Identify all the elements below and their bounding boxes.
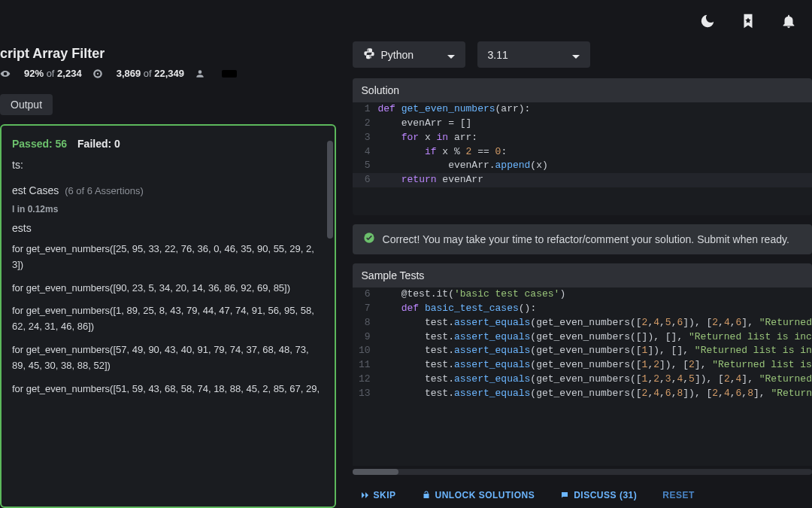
eye-icon xyxy=(0,68,14,79)
results-panel: Passed: 56 Failed: 0 ts: est Cases (6 of… xyxy=(0,124,336,508)
test-result-line: for get_even_numbers([51, 59, 43, 68, 58… xyxy=(12,382,324,397)
bottom-actions: SKIP UNLOCK SOLUTIONS DISCUSS (31) RESET xyxy=(353,475,812,508)
horizontal-scrollbar[interactable] xyxy=(353,469,812,475)
code-text[interactable]: test.assert_equals(get_even_numbers([1,2… xyxy=(378,373,812,387)
code-line[interactable]: 5 evenArr.append(x) xyxy=(353,159,812,173)
code-line[interactable]: 3 for x in arr: xyxy=(353,131,812,145)
kata-stats: 92% of 2,234 3,869 of 22,349 xyxy=(0,68,336,79)
version-label: 3.11 xyxy=(488,49,508,61)
results-subheader: est Cases (6 of 6 Assertions) xyxy=(12,184,324,196)
completion-rate: 3,869 of 22,349 xyxy=(117,68,184,79)
tests-label: ests xyxy=(12,222,324,234)
python-icon xyxy=(363,47,375,62)
line-number: 1 xyxy=(353,102,378,117)
code-text[interactable]: test.assert_equals(get_even_numbers([2,4… xyxy=(378,387,812,401)
language-label: Python xyxy=(381,49,414,61)
code-text[interactable]: def get_even_numbers(arr): xyxy=(378,102,812,117)
language-select[interactable]: Python xyxy=(353,41,465,68)
line-number: 6 xyxy=(353,287,378,302)
left-column: cript Array Filter 92% of 2,234 3,869 of… xyxy=(0,41,344,508)
version-select[interactable]: 3.11 xyxy=(477,41,590,68)
sample-tests-header: Sample Tests xyxy=(353,263,812,287)
line-number: 2 xyxy=(353,117,378,131)
line-number: 6 xyxy=(353,173,378,187)
chevron-down-icon xyxy=(572,51,580,59)
results-header: ts: xyxy=(12,159,324,171)
reset-button[interactable]: RESET xyxy=(655,485,702,505)
line-number: 12 xyxy=(353,373,378,387)
test-result-line: for get_even_numbers([90, 23, 5, 34, 20,… xyxy=(12,281,324,297)
failed-count: Failed: 0 xyxy=(77,138,120,150)
topbar xyxy=(0,0,812,41)
line-number: 9 xyxy=(353,330,378,345)
bell-icon[interactable] xyxy=(780,13,797,29)
status-text: Correct! You may take your time to refac… xyxy=(383,233,789,245)
line-number: 7 xyxy=(353,302,378,316)
test-result-line: for get_even_numbers([1, 89, 25, 8, 43, … xyxy=(12,303,324,335)
solution-header: Solution xyxy=(353,78,812,102)
line-number: 5 xyxy=(353,159,378,173)
unlock-solutions-button[interactable]: UNLOCK SOLUTIONS xyxy=(414,485,543,505)
target-icon xyxy=(92,68,106,79)
code-text[interactable]: if x % 2 == 0: xyxy=(378,145,812,160)
code-text[interactable]: evenArr.append(x) xyxy=(378,159,812,173)
code-line[interactable]: 6 return evenArr xyxy=(353,173,812,187)
code-line[interactable]: 6 @test.it('basic test cases') xyxy=(353,287,812,302)
results-scroll[interactable]: Passed: 56 Failed: 0 ts: est Cases (6 of… xyxy=(2,126,335,407)
code-line[interactable]: 4 if x % 2 == 0: xyxy=(353,145,812,160)
code-text[interactable]: def basic_test_cases(): xyxy=(378,302,812,316)
test-result-line: for get_even_numbers([57, 49, 90, 43, 40… xyxy=(12,342,324,374)
code-line[interactable]: 12 test.assert_equals(get_even_numbers([… xyxy=(353,373,812,387)
code-line[interactable]: 10 test.assert_equals(get_even_numbers([… xyxy=(353,344,812,358)
chevron-down-icon xyxy=(447,51,455,59)
satisfaction-rate: 92% of 2,234 xyxy=(24,68,82,79)
passed-count: Passed: 56 xyxy=(12,138,67,150)
code-text[interactable]: test.assert_equals(get_even_numbers([]),… xyxy=(378,330,812,345)
line-number: 11 xyxy=(353,358,378,373)
code-text[interactable]: @test.it('basic test cases') xyxy=(378,287,812,302)
code-line[interactable]: 11 test.assert_equals(get_even_numbers([… xyxy=(353,358,812,373)
code-text[interactable]: return evenArr xyxy=(378,173,812,187)
skip-button[interactable]: SKIP xyxy=(353,485,404,505)
line-number: 4 xyxy=(353,145,378,160)
code-text[interactable]: test.assert_equals(get_even_numbers([2,4… xyxy=(378,316,812,330)
discuss-button[interactable]: DISCUSS (31) xyxy=(553,485,644,505)
code-line[interactable]: 8 test.assert_equals(get_even_numbers([2… xyxy=(353,316,812,330)
line-number: 10 xyxy=(353,344,378,358)
line-number: 8 xyxy=(353,316,378,330)
assertion-count: (6 of 6 Assertions) xyxy=(65,185,144,196)
check-icon xyxy=(363,232,375,247)
right-column: Python 3.11 Solution 1def get_even_numbe… xyxy=(344,41,812,508)
line-number: 13 xyxy=(353,387,378,401)
bookmark-icon[interactable] xyxy=(740,13,756,29)
scrollbar-thumb[interactable] xyxy=(327,141,333,239)
user-icon xyxy=(195,68,208,79)
code-line[interactable]: 7 def basic_test_cases(): xyxy=(353,302,812,316)
code-line[interactable]: 2 evenArr = [] xyxy=(353,117,812,131)
code-text[interactable]: test.assert_equals(get_even_numbers([1])… xyxy=(378,344,812,358)
avatar[interactable] xyxy=(222,70,237,78)
code-line[interactable]: 13 test.assert_equals(get_even_numbers([… xyxy=(353,387,812,401)
scrollbar-thumb[interactable] xyxy=(353,469,398,475)
execution-time: l in 0.12ms xyxy=(12,204,324,214)
test-result-line: for get_even_numbers([25, 95, 33, 22, 76… xyxy=(12,242,324,273)
output-tab[interactable]: Output xyxy=(0,94,53,115)
moon-icon[interactable] xyxy=(699,13,716,29)
code-text[interactable]: test.assert_equals(get_even_numbers([1,2… xyxy=(378,358,812,373)
code-text[interactable]: evenArr = [] xyxy=(378,117,812,131)
code-line[interactable]: 9 test.assert_equals(get_even_numbers([]… xyxy=(353,330,812,345)
line-number: 3 xyxy=(353,131,378,145)
status-bar: Correct! You may take your time to refac… xyxy=(353,224,812,254)
code-text[interactable]: for x in arr: xyxy=(378,131,812,145)
solution-editor[interactable]: 1def get_even_numbers(arr):2 evenArr = [… xyxy=(353,102,812,215)
code-line[interactable]: 1def get_even_numbers(arr): xyxy=(353,102,812,117)
sample-tests-editor[interactable]: 6 @test.it('basic test cases')7 def basi… xyxy=(353,287,812,466)
kata-title: cript Array Filter xyxy=(0,46,336,62)
